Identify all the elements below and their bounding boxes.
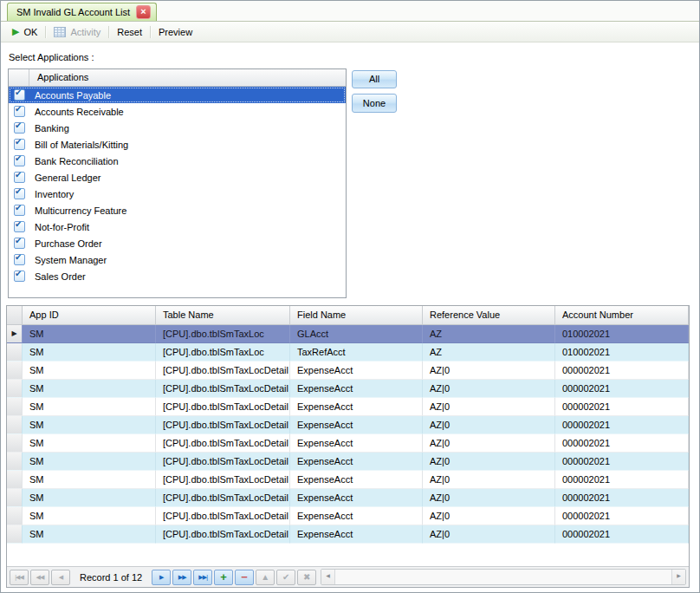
reset-button[interactable]: Reset xyxy=(110,22,149,42)
close-icon[interactable]: × xyxy=(136,5,151,19)
cancel-edit-button[interactable]: ✖ xyxy=(297,570,316,585)
application-list-item[interactable]: ✔Bill of Materials/Kitting xyxy=(9,136,346,153)
table-cell: 000002021 xyxy=(555,398,689,416)
results-grid-panel: App IDTable NameField NameReference Valu… xyxy=(6,305,690,588)
toolbar: ▶ OK Activity Reset Preview xyxy=(1,22,699,42)
application-window: SM Invalid GL Account List × ▶ OK Activi… xyxy=(0,0,700,593)
applications-listbox: Applications ✔Accounts Payable✔Accounts … xyxy=(8,68,347,298)
table-row[interactable]: SM[CPU].dbo.tblSmTaxLocDetailExpenseAcct… xyxy=(7,471,689,489)
preview-button[interactable]: Preview xyxy=(152,22,199,42)
previous-page-button[interactable]: ◀◀ xyxy=(30,570,49,585)
first-record-button[interactable]: |◀◀ xyxy=(10,570,29,585)
column-header-account-number[interactable]: Account Number xyxy=(555,306,689,324)
checkbox-checked-icon[interactable]: ✔ xyxy=(14,122,25,134)
application-list-item[interactable]: ✔Sales Order xyxy=(9,268,346,284)
table-row[interactable]: SM[CPU].dbo.tblSmTaxLocDetailExpenseAcct… xyxy=(7,453,689,471)
table-row[interactable]: SM[CPU].dbo.tblSmTaxLocDetailExpenseAcct… xyxy=(7,489,689,507)
checkbox-checked-icon[interactable]: ✔ xyxy=(14,139,25,150)
column-header-reference-value[interactable]: Reference Value xyxy=(423,306,555,324)
table-cell: SM xyxy=(23,471,156,489)
table-cell: SM xyxy=(23,398,156,416)
application-list-item[interactable]: ✔Not-for-Profit xyxy=(9,218,346,235)
activity-button[interactable]: Activity xyxy=(47,22,107,42)
table-row[interactable]: SM[CPU].dbo.tblSmTaxLocDetailExpenseAcct… xyxy=(7,398,689,416)
row-selector-cell[interactable] xyxy=(7,416,23,434)
application-list-item[interactable]: ✔System Manager xyxy=(9,251,346,268)
application-list-item[interactable]: ✔General Ledger xyxy=(9,169,346,186)
row-selector-cell[interactable] xyxy=(7,398,23,416)
append-record-button[interactable]: + xyxy=(214,570,233,585)
table-row[interactable]: SM[CPU].dbo.tblSmTaxLocDetailExpenseAcct… xyxy=(7,380,689,398)
column-header-app-id[interactable]: App ID xyxy=(23,306,156,324)
tab-title: SM Invalid GL Account List xyxy=(16,7,130,17)
row-selector-cell[interactable] xyxy=(7,380,23,398)
none-button[interactable]: None xyxy=(352,94,397,113)
table-row[interactable]: SM[CPU].dbo.tblSmTaxLocTaxRefAcctAZ01000… xyxy=(7,343,689,362)
table-row[interactable]: SM[CPU].dbo.tblSmTaxLocDetailExpenseAcct… xyxy=(7,416,689,434)
checkbox-checked-icon[interactable]: ✔ xyxy=(14,205,25,216)
table-cell: AZ|0 xyxy=(423,471,555,489)
table-icon xyxy=(54,27,66,37)
horizontal-scrollbar[interactable]: ◀ ▶ xyxy=(321,569,686,585)
checkbox-checked-icon[interactable]: ✔ xyxy=(14,172,25,183)
column-header-field-name[interactable]: Field Name xyxy=(290,306,423,324)
applications-column-header[interactable]: Applications xyxy=(29,69,346,86)
table-cell: SM xyxy=(23,416,156,434)
table-row[interactable]: SM[CPU].dbo.tblSmTaxLocDetailExpenseAcct… xyxy=(7,525,689,544)
checkbox-checked-icon[interactable]: ✔ xyxy=(14,221,25,232)
checkbox-checked-icon[interactable]: ✔ xyxy=(14,238,25,249)
checkbox-checked-icon[interactable]: ✔ xyxy=(14,106,25,117)
checkbox-checked-icon[interactable]: ✔ xyxy=(14,270,25,282)
next-page-button[interactable]: ▶▶ xyxy=(172,570,191,585)
grid-body: ▶SM[CPU].dbo.tblSmTaxLocGLAcctAZ01000202… xyxy=(7,325,689,544)
scrollbar-track[interactable] xyxy=(335,570,671,584)
application-list-item[interactable]: ✔Inventory xyxy=(9,186,346,202)
row-selector-cell[interactable] xyxy=(7,343,23,362)
row-selector-cell[interactable] xyxy=(7,489,23,507)
table-row[interactable]: ▶SM[CPU].dbo.tblSmTaxLocGLAcctAZ01000202… xyxy=(7,325,689,343)
checkbox-checked-icon[interactable]: ✔ xyxy=(14,155,25,166)
checkbox-checked-icon[interactable]: ✔ xyxy=(14,188,25,199)
row-selector-cell[interactable] xyxy=(7,453,23,471)
delete-record-button[interactable]: − xyxy=(235,570,254,585)
table-cell: AZ|0 xyxy=(423,434,555,453)
row-selector-cell[interactable] xyxy=(7,471,23,489)
tab-sm-invalid-gl-account-list[interactable]: SM Invalid GL Account List × xyxy=(7,3,157,21)
table-cell: AZ xyxy=(423,343,555,362)
application-list-item[interactable]: ✔Accounts Receivable xyxy=(9,103,346,120)
column-header-table-name[interactable]: Table Name xyxy=(156,306,290,324)
row-selector-cell[interactable] xyxy=(7,507,23,525)
table-row[interactable]: SM[CPU].dbo.tblSmTaxLocDetailExpenseAcct… xyxy=(7,434,689,453)
application-list-item[interactable]: ✔Multicurrency Feature xyxy=(9,202,346,218)
reset-label: Reset xyxy=(117,27,142,37)
scroll-right-icon[interactable]: ▶ xyxy=(671,570,685,584)
application-label: Banking xyxy=(35,123,69,134)
application-list-item[interactable]: ✔Accounts Payable xyxy=(9,87,346,103)
row-selector-cell[interactable] xyxy=(7,525,23,544)
navigator-right-buttons: ▶▶▶▶▶|+−▲✔✖ xyxy=(152,570,316,585)
edit-record-button[interactable]: ▲ xyxy=(256,570,275,585)
checkbox-checked-icon[interactable]: ✔ xyxy=(14,89,25,101)
previous-record-button[interactable]: ◀ xyxy=(51,570,70,585)
table-cell: SM xyxy=(23,343,156,362)
table-cell: 000002021 xyxy=(555,525,689,544)
application-list-item[interactable]: ✔Purchase Order xyxy=(9,235,346,251)
all-button[interactable]: All xyxy=(352,70,397,88)
check-mark-icon: ✔ xyxy=(15,203,22,212)
application-list-item[interactable]: ✔Bank Reconciliation xyxy=(9,153,346,169)
table-row[interactable]: SM[CPU].dbo.tblSmTaxLocDetailExpenseAcct… xyxy=(7,362,689,380)
toolbar-separator xyxy=(108,26,109,38)
row-selector-cell[interactable] xyxy=(7,434,23,453)
ok-button[interactable]: ▶ OK xyxy=(5,22,44,42)
row-selector-cell[interactable] xyxy=(7,362,23,380)
table-row[interactable]: SM[CPU].dbo.tblSmTaxLocDetailExpenseAcct… xyxy=(7,507,689,525)
row-selector-cell[interactable]: ▶ xyxy=(7,325,23,343)
table-cell: ExpenseAcct xyxy=(290,525,423,544)
last-record-button[interactable]: ▶▶| xyxy=(193,570,212,585)
checkbox-checked-icon[interactable]: ✔ xyxy=(14,254,25,265)
post-edit-button[interactable]: ✔ xyxy=(276,570,295,585)
scroll-left-icon[interactable]: ◀ xyxy=(321,570,335,584)
application-label: Sales Order xyxy=(35,271,86,282)
next-record-button[interactable]: ▶ xyxy=(152,570,171,585)
application-list-item[interactable]: ✔Banking xyxy=(9,120,346,136)
